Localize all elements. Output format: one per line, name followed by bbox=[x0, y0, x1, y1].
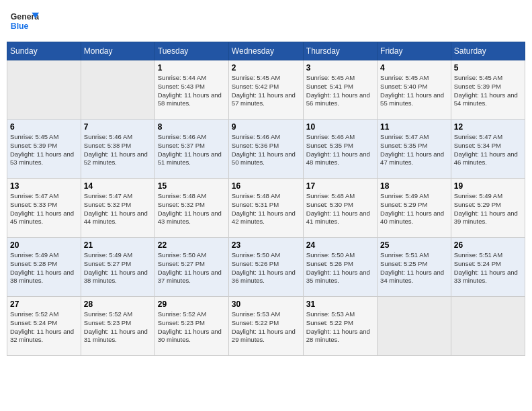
cell-details: Sunrise: 5:51 AMSunset: 5:25 PMDaylight:… bbox=[380, 251, 448, 285]
cell-details: Sunrise: 5:48 AMSunset: 5:32 PMDaylight:… bbox=[158, 192, 226, 226]
day-number: 26 bbox=[454, 240, 522, 250]
cell-details: Sunrise: 5:53 AMSunset: 5:22 PMDaylight:… bbox=[232, 310, 300, 345]
calendar-cell: 14Sunrise: 5:47 AMSunset: 5:32 PMDayligh… bbox=[81, 179, 154, 238]
cell-details: Sunrise: 5:52 AMSunset: 5:23 PMDaylight:… bbox=[84, 310, 152, 345]
calendar-cell: 5Sunrise: 5:45 AMSunset: 5:39 PMDaylight… bbox=[451, 60, 525, 120]
day-number: 16 bbox=[232, 181, 300, 191]
cell-details: Sunrise: 5:49 AMSunset: 5:28 PMDaylight:… bbox=[10, 251, 78, 285]
weekday-header-thursday: Thursday bbox=[303, 42, 377, 60]
cell-details: Sunrise: 5:49 AMSunset: 5:27 PMDaylight:… bbox=[84, 251, 152, 285]
calendar-cell: 11Sunrise: 5:47 AMSunset: 5:35 PMDayligh… bbox=[378, 120, 451, 179]
day-number: 10 bbox=[306, 122, 374, 132]
calendar-cell: 16Sunrise: 5:48 AMSunset: 5:31 PMDayligh… bbox=[228, 179, 303, 238]
cell-details: Sunrise: 5:44 AMSunset: 5:43 PMDaylight:… bbox=[158, 74, 226, 108]
cell-details: Sunrise: 5:50 AMSunset: 5:27 PMDaylight:… bbox=[158, 251, 226, 285]
calendar-cell: 31Sunrise: 5:53 AMSunset: 5:22 PMDayligh… bbox=[303, 297, 377, 356]
day-number: 22 bbox=[158, 240, 226, 250]
calendar-cell: 12Sunrise: 5:47 AMSunset: 5:34 PMDayligh… bbox=[451, 120, 525, 179]
day-number: 9 bbox=[232, 122, 300, 132]
day-number: 29 bbox=[158, 300, 226, 309]
calendar-table: SundayMondayTuesdayWednesdayThursdayFrid… bbox=[7, 42, 525, 356]
day-number: 17 bbox=[306, 181, 374, 191]
day-number: 27 bbox=[10, 300, 78, 309]
calendar-cell: 19Sunrise: 5:49 AMSunset: 5:29 PMDayligh… bbox=[451, 179, 525, 238]
calendar-cell: 21Sunrise: 5:49 AMSunset: 5:27 PMDayligh… bbox=[81, 238, 154, 297]
weekday-header-wednesday: Wednesday bbox=[228, 42, 303, 60]
day-number: 3 bbox=[306, 63, 374, 73]
day-number: 14 bbox=[84, 181, 152, 191]
calendar-cell: 15Sunrise: 5:48 AMSunset: 5:32 PMDayligh… bbox=[154, 179, 228, 238]
weekday-header-tuesday: Tuesday bbox=[154, 42, 228, 60]
day-number: 25 bbox=[380, 240, 448, 250]
day-number: 23 bbox=[232, 240, 300, 250]
calendar-cell: 26Sunrise: 5:51 AMSunset: 5:24 PMDayligh… bbox=[451, 238, 525, 297]
day-number: 11 bbox=[380, 122, 448, 132]
day-number: 15 bbox=[158, 181, 226, 191]
day-number: 30 bbox=[232, 300, 300, 309]
calendar-cell bbox=[81, 60, 154, 120]
day-number: 28 bbox=[84, 300, 152, 309]
cell-details: Sunrise: 5:48 AMSunset: 5:30 PMDaylight:… bbox=[306, 192, 374, 226]
calendar-cell: 3Sunrise: 5:45 AMSunset: 5:41 PMDaylight… bbox=[303, 60, 377, 120]
day-number: 12 bbox=[454, 122, 522, 132]
calendar-cell: 1Sunrise: 5:44 AMSunset: 5:43 PMDaylight… bbox=[154, 60, 228, 120]
weekday-header-sunday: Sunday bbox=[7, 42, 81, 60]
svg-text:Blue: Blue bbox=[11, 21, 29, 31]
cell-details: Sunrise: 5:45 AMSunset: 5:39 PMDaylight:… bbox=[10, 133, 78, 167]
calendar-cell: 20Sunrise: 5:49 AMSunset: 5:28 PMDayligh… bbox=[7, 238, 81, 297]
weekday-header-monday: Monday bbox=[81, 42, 154, 60]
day-number: 31 bbox=[306, 300, 374, 309]
calendar-cell: 28Sunrise: 5:52 AMSunset: 5:23 PMDayligh… bbox=[81, 297, 154, 356]
calendar-cell: 27Sunrise: 5:52 AMSunset: 5:24 PMDayligh… bbox=[7, 297, 81, 356]
cell-details: Sunrise: 5:47 AMSunset: 5:33 PMDaylight:… bbox=[10, 192, 78, 226]
calendar-cell: 7Sunrise: 5:46 AMSunset: 5:38 PMDaylight… bbox=[81, 120, 154, 179]
day-number: 8 bbox=[158, 122, 226, 132]
calendar-cell: 17Sunrise: 5:48 AMSunset: 5:30 PMDayligh… bbox=[303, 179, 377, 238]
cell-details: Sunrise: 5:45 AMSunset: 5:40 PMDaylight:… bbox=[380, 74, 448, 108]
cell-details: Sunrise: 5:49 AMSunset: 5:29 PMDaylight:… bbox=[380, 192, 448, 226]
weekday-header-friday: Friday bbox=[378, 42, 451, 60]
cell-details: Sunrise: 5:47 AMSunset: 5:35 PMDaylight:… bbox=[380, 133, 448, 167]
day-number: 18 bbox=[380, 181, 448, 191]
day-number: 21 bbox=[84, 240, 152, 250]
cell-details: Sunrise: 5:47 AMSunset: 5:34 PMDaylight:… bbox=[454, 133, 522, 167]
calendar-cell: 9Sunrise: 5:46 AMSunset: 5:36 PMDaylight… bbox=[228, 120, 303, 179]
cell-details: Sunrise: 5:50 AMSunset: 5:26 PMDaylight:… bbox=[306, 251, 374, 285]
day-number: 19 bbox=[454, 181, 522, 191]
cell-details: Sunrise: 5:46 AMSunset: 5:38 PMDaylight:… bbox=[84, 133, 152, 167]
day-number: 1 bbox=[158, 63, 226, 73]
day-number: 24 bbox=[306, 240, 374, 250]
cell-details: Sunrise: 5:47 AMSunset: 5:32 PMDaylight:… bbox=[84, 192, 152, 226]
day-number: 20 bbox=[10, 240, 78, 250]
day-number: 6 bbox=[10, 122, 78, 132]
calendar-cell bbox=[7, 60, 81, 120]
weekday-header-saturday: Saturday bbox=[451, 42, 525, 60]
calendar-cell bbox=[451, 297, 525, 356]
calendar-cell: 25Sunrise: 5:51 AMSunset: 5:25 PMDayligh… bbox=[378, 238, 451, 297]
calendar-cell: 24Sunrise: 5:50 AMSunset: 5:26 PMDayligh… bbox=[303, 238, 377, 297]
cell-details: Sunrise: 5:52 AMSunset: 5:24 PMDaylight:… bbox=[10, 310, 78, 345]
logo: General Blue bbox=[9, 7, 42, 36]
cell-details: Sunrise: 5:46 AMSunset: 5:36 PMDaylight:… bbox=[232, 133, 300, 167]
cell-details: Sunrise: 5:50 AMSunset: 5:26 PMDaylight:… bbox=[232, 251, 300, 285]
calendar-cell: 10Sunrise: 5:46 AMSunset: 5:35 PMDayligh… bbox=[303, 120, 377, 179]
cell-details: Sunrise: 5:45 AMSunset: 5:41 PMDaylight:… bbox=[306, 74, 374, 108]
cell-details: Sunrise: 5:53 AMSunset: 5:22 PMDaylight:… bbox=[306, 310, 374, 345]
cell-details: Sunrise: 5:51 AMSunset: 5:24 PMDaylight:… bbox=[454, 251, 522, 285]
calendar-cell: 8Sunrise: 5:46 AMSunset: 5:37 PMDaylight… bbox=[154, 120, 228, 179]
day-number: 2 bbox=[232, 63, 300, 73]
calendar-cell: 23Sunrise: 5:50 AMSunset: 5:26 PMDayligh… bbox=[228, 238, 303, 297]
calendar-cell: 22Sunrise: 5:50 AMSunset: 5:27 PMDayligh… bbox=[154, 238, 228, 297]
calendar-cell bbox=[378, 297, 451, 356]
day-number: 7 bbox=[84, 122, 152, 132]
cell-details: Sunrise: 5:49 AMSunset: 5:29 PMDaylight:… bbox=[454, 192, 522, 226]
calendar-cell: 4Sunrise: 5:45 AMSunset: 5:40 PMDaylight… bbox=[378, 60, 451, 120]
cell-details: Sunrise: 5:46 AMSunset: 5:37 PMDaylight:… bbox=[158, 133, 226, 167]
cell-details: Sunrise: 5:52 AMSunset: 5:23 PMDaylight:… bbox=[158, 310, 226, 345]
cell-details: Sunrise: 5:45 AMSunset: 5:39 PMDaylight:… bbox=[454, 74, 522, 108]
calendar-cell: 18Sunrise: 5:49 AMSunset: 5:29 PMDayligh… bbox=[378, 179, 451, 238]
cell-details: Sunrise: 5:46 AMSunset: 5:35 PMDaylight:… bbox=[306, 133, 374, 167]
day-number: 4 bbox=[380, 63, 448, 73]
calendar-cell: 6Sunrise: 5:45 AMSunset: 5:39 PMDaylight… bbox=[7, 120, 81, 179]
calendar-cell: 29Sunrise: 5:52 AMSunset: 5:23 PMDayligh… bbox=[154, 297, 228, 356]
